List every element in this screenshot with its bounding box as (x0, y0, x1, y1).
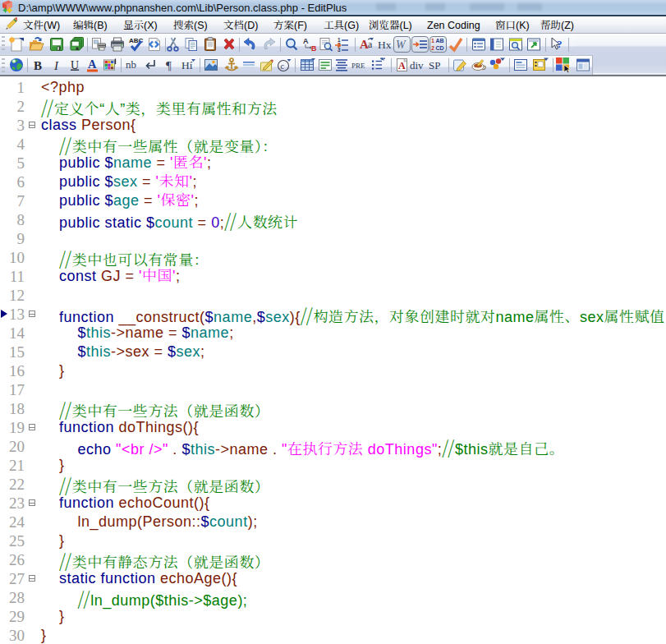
svg-text:B: B (34, 59, 42, 72)
svg-text:nb: nb (126, 58, 136, 71)
svg-text:A: A (398, 60, 406, 71)
svg-text:B: B (311, 44, 317, 53)
svg-text:PRE: PRE (351, 62, 365, 70)
svg-text:?: ? (557, 38, 563, 50)
svg-text:1: 1 (431, 38, 434, 44)
svg-text:I: I (53, 59, 59, 72)
svg-text:div: div (410, 59, 424, 71)
svg-text:¶: ¶ (166, 59, 172, 72)
svg-text:c: c (281, 62, 285, 71)
svg-text:AB: AB (436, 38, 444, 44)
svg-text:SP: SP (429, 59, 440, 71)
svg-text:2: 2 (431, 45, 434, 51)
svg-text:W: W (396, 39, 406, 51)
svg-text:Hx: Hx (378, 39, 392, 51)
svg-text:A: A (303, 37, 309, 45)
svg-text:CD: CD (436, 45, 444, 51)
svg-text:Hí: Hí (181, 59, 193, 71)
svg-text:U: U (71, 59, 79, 71)
svg-text:a: a (368, 39, 373, 50)
svg-text:ABC: ABC (129, 37, 144, 44)
svg-text:3: 3 (338, 47, 341, 53)
svg-text:A: A (88, 58, 97, 71)
